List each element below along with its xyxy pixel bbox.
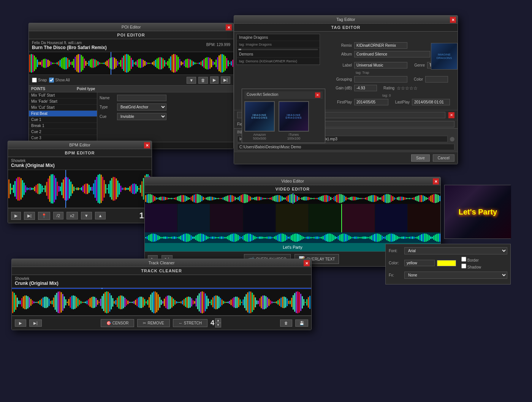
tag-label-input[interactable] (354, 62, 407, 68)
tag-editor-close[interactable]: ✕ (450, 17, 456, 23)
tc-censor-btn[interactable]: 🎯 CENSOR (101, 319, 135, 327)
border-label[interactable]: Border (461, 257, 481, 262)
svg-rect-268 (198, 194, 200, 203)
svg-rect-491 (239, 236, 240, 239)
border-checkbox[interactable] (461, 257, 466, 262)
svg-rect-427 (439, 196, 440, 201)
svg-rect-485 (230, 234, 231, 241)
svg-rect-187 (84, 184, 85, 194)
vt-color-input[interactable] (404, 260, 435, 266)
vt-fx-select[interactable]: None Fade Slide (404, 272, 507, 279)
poi-list-item[interactable]: Cue 2 (29, 129, 97, 135)
video-editor-close[interactable]: ✕ (433, 178, 439, 184)
poi-show-all-label[interactable]: Show All (49, 78, 70, 83)
tag-label-label: Label (325, 63, 352, 67)
poi-snap-label[interactable]: Snap (32, 78, 47, 83)
svg-rect-15 (51, 62, 52, 65)
tag-color-input[interactable] (425, 76, 448, 83)
tag-gain-input[interactable] (354, 85, 377, 91)
tag-lastplay-input[interactable] (412, 99, 450, 105)
tag-gain-row: Gain (dB) Rating ☆☆☆☆☆ (325, 85, 458, 91)
svg-rect-549 (327, 234, 328, 242)
tag-firstplay-input[interactable] (354, 99, 388, 105)
poi-filter-btn[interactable]: ▼ (187, 77, 196, 84)
svg-rect-658 (62, 294, 63, 311)
poi-list-item[interactable]: Break 1 (29, 123, 97, 129)
svg-rect-94 (170, 56, 171, 70)
bpm-editor-close[interactable]: ✕ (144, 142, 150, 148)
tc-play-btn[interactable]: ▶ (15, 319, 26, 327)
poi-list-item[interactable]: Mix 'Fade' Start (29, 99, 97, 105)
coverart-close-btn[interactable]: ✕ (315, 92, 320, 98)
svg-rect-147 (24, 183, 25, 195)
poi-list-item[interactable]: Cue 3 (29, 135, 97, 141)
poi-delete-btn[interactable]: 🗑 (198, 77, 208, 84)
coverart-amazon[interactable]: IMAGINE DRAGONS Amazon 500x500 (244, 101, 275, 140)
svg-rect-43 (93, 59, 94, 68)
tc-remove-btn[interactable]: ✂ REMOVE (137, 319, 169, 327)
svg-rect-323 (282, 196, 283, 200)
svg-rect-668 (78, 299, 79, 307)
svg-rect-1 (29, 55, 30, 72)
tag-grouping-input[interactable] (354, 76, 407, 83)
svg-rect-820 (308, 297, 309, 308)
tc-save-btn[interactable]: 💾 (295, 319, 308, 327)
svg-rect-92 (167, 61, 168, 66)
poi-type-select[interactable]: BeatGrid Anchor Cue Loop (117, 103, 166, 111)
svg-rect-656 (59, 291, 60, 313)
poi-editor-close[interactable]: ✕ (226, 24, 232, 30)
tag-save-btn[interactable]: Save (411, 154, 430, 162)
poi-list-item[interactable]: Cue 1 (29, 117, 97, 123)
bpm-up-btn[interactable]: ▲ (95, 212, 106, 219)
coverart-itunes[interactable]: IMAGINE DRAGONS iTunes 100x100 (279, 101, 309, 140)
track-cleaner-close[interactable]: ✕ (304, 260, 310, 266)
tag-firstplay-row: FirstPlay LastPlay (325, 99, 458, 105)
bpm-double-btn[interactable]: x2 (66, 212, 78, 219)
shadow-checkbox[interactable] (461, 264, 466, 269)
bpm-down-btn[interactable]: ▼ (81, 212, 92, 219)
svg-rect-155 (36, 185, 37, 193)
tag-cancel-btn[interactable]: Cancel (433, 154, 454, 162)
tag-field-clear-btn[interactable]: ✕ (448, 112, 454, 118)
svg-rect-593 (394, 234, 395, 241)
svg-rect-112 (197, 63, 198, 64)
poi-next-btn[interactable]: ▶| (221, 76, 230, 84)
svg-rect-65 (126, 54, 127, 73)
tc-num-down[interactable]: ▼ (215, 323, 221, 327)
tc-next-btn[interactable]: ▶| (29, 319, 42, 327)
bpm-marker-btn[interactable]: 📍 (38, 212, 50, 220)
svg-rect-597 (400, 237, 401, 238)
poi-show-all-checkbox[interactable] (49, 78, 54, 83)
svg-rect-449 (176, 237, 177, 239)
poi-list-item-selected[interactable]: First Beat (29, 111, 97, 117)
tc-num-up[interactable]: ▲ (215, 318, 221, 323)
svg-rect-127 (220, 54, 221, 72)
tc-delete-btn[interactable]: 🗑 (280, 319, 292, 327)
svg-rect-637 (30, 299, 32, 306)
tag-remix-input[interactable] (354, 42, 407, 49)
svg-rect-132 (228, 60, 229, 67)
shadow-label[interactable]: Shadow (461, 264, 481, 269)
color-swatch[interactable] (437, 260, 456, 266)
poi-snap-checkbox[interactable] (32, 78, 37, 83)
svg-rect-81 (150, 63, 152, 64)
vt-font-select[interactable]: Arial Times New Roman Helvetica (404, 247, 507, 254)
svg-rect-215 (126, 188, 127, 190)
svg-rect-628 (17, 298, 18, 307)
bpm-half-btn[interactable]: /2 (53, 212, 63, 219)
svg-rect-302 (250, 197, 251, 201)
poi-cue-select[interactable]: Invisible Visible (117, 113, 166, 120)
poi-name-input[interactable] (117, 95, 166, 101)
tag-filepath-input[interactable] (237, 144, 454, 150)
bpm-next-btn[interactable]: ▶| (24, 212, 35, 220)
tc-stretch-btn[interactable]: ↔ STRETCH (173, 319, 207, 327)
svg-rect-262 (189, 198, 190, 199)
bpm-play-btn[interactable]: ▶ (11, 212, 21, 220)
poi-list-item[interactable]: Mix 'Cut' Start (29, 105, 97, 111)
poi-play-btn[interactable]: ▶ (210, 76, 218, 84)
svg-rect-709 (139, 297, 141, 308)
poi-list-item[interactable]: Mix 'Full' Start (29, 92, 97, 99)
svg-rect-279 (215, 198, 216, 199)
tag-album-input[interactable] (354, 51, 430, 57)
svg-rect-665 (73, 296, 74, 310)
